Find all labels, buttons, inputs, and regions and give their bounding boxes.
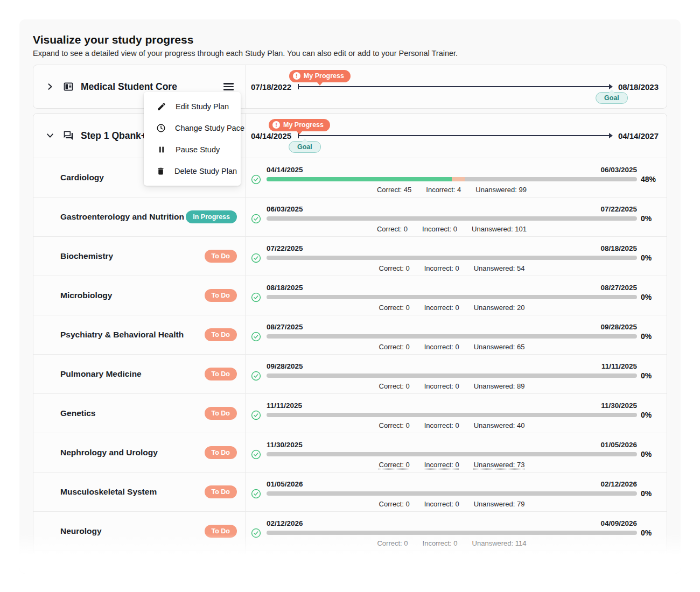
status-badge: To Do xyxy=(205,407,237,420)
check-circle-icon[interactable] xyxy=(251,332,261,342)
subject-row-left: Gastroenterology and Nutrition In Progre… xyxy=(33,198,246,236)
row-dates: 06/03/2025 07/22/2025 xyxy=(267,205,637,213)
pencil-icon xyxy=(156,102,166,111)
subject-row-right: 11/11/2025 11/30/2025 0% Correct: 0 xyxy=(246,394,667,433)
menu-item-edit-study-plan[interactable]: Edit Study Plan xyxy=(144,96,241,117)
subject-name: Neurology xyxy=(60,526,102,536)
row-start-date: 11/30/2025 xyxy=(267,441,303,449)
check-circle-icon[interactable] xyxy=(251,253,261,263)
row-end-date: 04/09/2026 xyxy=(600,519,637,527)
check-circle-icon[interactable] xyxy=(251,371,261,381)
row-start-date: 08/27/2025 xyxy=(267,323,303,331)
subject-row-right: 04/14/2025 06/03/2025 48% Correct: 45 xyxy=(246,158,667,197)
page-subtitle: Expand to see a detailed view of your pr… xyxy=(33,49,667,58)
menu-item-delete-study-plan[interactable]: Delete Study Plan xyxy=(144,160,241,182)
subject-row-right: 02/12/2026 04/09/2026 0% Correct: 0 xyxy=(246,512,667,551)
plan-end-date: 04/14/2027 xyxy=(618,131,659,140)
menu-icon[interactable] xyxy=(223,81,234,91)
clock-icon xyxy=(156,123,166,133)
menu-item-label: Delete Study Plan xyxy=(174,167,237,175)
stat-incorrect: Incorrect: 0 xyxy=(424,500,459,508)
row-percent: 0% xyxy=(641,371,662,380)
check-circle-icon[interactable] xyxy=(251,489,261,499)
stat-unanswered: Unanswered: 54 xyxy=(474,264,525,272)
plan-timeline: 04/14/2025 ! My Progress Goal 04/14/2027 xyxy=(246,114,667,158)
row-dates: 08/27/2025 09/28/2025 xyxy=(267,323,637,331)
row-percent: 0% xyxy=(641,411,662,419)
my-progress-label: My Progress xyxy=(304,72,344,80)
plan-timeline: 07/18/2022 ! My Progress Goal 08/18/2023 xyxy=(246,65,667,108)
menu-item-change-study-pace[interactable]: Change Study Pace xyxy=(144,117,241,139)
stat-correct: Correct: 0 xyxy=(379,461,410,469)
progress-bar xyxy=(267,334,637,339)
progress-bar xyxy=(267,413,637,417)
subject-row: Gastroenterology and Nutrition In Progre… xyxy=(33,197,667,236)
stat-incorrect: Incorrect: 0 xyxy=(424,264,459,272)
row-dates: 07/22/2025 08/18/2025 xyxy=(267,244,637,252)
bar-incorrect-segment xyxy=(452,177,465,181)
subject-row-left: Microbiology To Do xyxy=(33,276,246,315)
subject-name: Gastroenterology and Nutrition xyxy=(60,212,184,222)
subject-row: Nephrology and Urology To Do 11/30/2025 … xyxy=(33,433,667,472)
row-start-date: 07/22/2025 xyxy=(267,244,303,252)
row-start-date: 09/28/2025 xyxy=(267,362,303,370)
goal-badge: Goal xyxy=(289,141,321,153)
row-stats: Correct: 0 Incorrect: 0 Unanswered: 114 xyxy=(267,539,637,547)
row-stats: Correct: 0 Incorrect: 0 Unanswered: 79 xyxy=(267,500,637,508)
row-end-date: 08/27/2025 xyxy=(600,284,637,292)
timeline-track: ! My Progress Goal xyxy=(298,86,612,87)
menu-item-label: Edit Study Plan xyxy=(176,102,229,111)
subject-row: Psychiatry & Behavioral Health To Do 08/… xyxy=(33,315,667,354)
subject-row: Cardiology 04/14/2025 06/03/2025 xyxy=(33,158,667,197)
row-start-date: 11/11/2025 xyxy=(267,401,302,410)
status-badge: To Do xyxy=(205,525,237,538)
stat-correct: Correct: 0 xyxy=(379,500,410,508)
stat-unanswered: Unanswered: 40 xyxy=(474,421,525,429)
subject-row: Genetics To Do 11/11/2025 11/30/2025 xyxy=(33,393,667,433)
row-dates: 01/05/2026 02/12/2026 xyxy=(267,480,637,488)
check-circle-icon[interactable] xyxy=(251,174,261,185)
timeline-arrow-icon xyxy=(609,133,613,138)
stat-incorrect: Incorrect: 4 xyxy=(426,186,461,194)
stat-correct: Correct: 0 xyxy=(377,225,408,233)
row-percent: 0% xyxy=(641,332,662,341)
stat-incorrect: Incorrect: 0 xyxy=(423,539,458,547)
my-progress-badge: ! My Progress xyxy=(289,70,351,82)
row-start-date: 08/18/2025 xyxy=(267,284,303,292)
trash-icon xyxy=(156,166,165,176)
subject-row-left: Pulmonary Medicine To Do xyxy=(33,355,246,393)
menu-item-pause-study[interactable]: Pause Study xyxy=(144,139,241,160)
row-percent: 0% xyxy=(641,489,662,498)
chevron-right-icon[interactable] xyxy=(46,83,54,90)
row-dates: 04/14/2025 06/03/2025 xyxy=(267,166,637,174)
check-circle-icon[interactable] xyxy=(251,410,261,420)
check-circle-icon[interactable] xyxy=(251,214,261,224)
plan-menu: Edit Study Plan Change Study Pace Pause … xyxy=(144,92,241,186)
progress-bar xyxy=(267,373,637,378)
progress-bar xyxy=(267,491,637,496)
chevron-down-icon[interactable] xyxy=(46,132,54,139)
row-percent: 0% xyxy=(641,528,662,537)
partial-row-left xyxy=(33,551,246,574)
subject-name: Nephrology and Urology xyxy=(60,448,158,457)
stat-unanswered: Unanswered: 101 xyxy=(472,225,527,233)
progress-bar xyxy=(267,177,637,181)
subject-name: Psychiatry & Behavioral Health xyxy=(60,330,184,340)
subject-row: Pulmonary Medicine To Do 09/28/2025 11/1… xyxy=(33,354,667,393)
subject-name: Microbiology xyxy=(60,291,112,300)
subject-row-right: 09/28/2025 11/11/2025 0% Correct: 0 xyxy=(246,355,667,393)
row-end-date: 09/28/2025 xyxy=(600,323,637,331)
menu-item-label: Change Study Pace xyxy=(175,124,244,132)
status-badge: To Do xyxy=(205,328,237,341)
plan-panel-medical-student-core: Medical Student Core 07/18/2022 ! My Pro… xyxy=(33,65,667,109)
check-circle-icon[interactable] xyxy=(251,292,261,302)
plan-title: Medical Student Core xyxy=(81,81,177,93)
check-circle-icon[interactable] xyxy=(251,449,261,460)
check-circle-icon[interactable] xyxy=(251,528,261,538)
row-stats: Correct: 0 Incorrect: 0 Unanswered: 65 xyxy=(267,343,637,351)
status-badge: To Do xyxy=(205,368,237,380)
row-percent: 48% xyxy=(641,175,662,184)
subject-row-left: Psychiatry & Behavioral Health To Do xyxy=(33,315,246,354)
my-progress-badge: ! My Progress xyxy=(269,119,330,131)
study-progress-card: Visualize your study progress Expand to … xyxy=(19,19,681,574)
